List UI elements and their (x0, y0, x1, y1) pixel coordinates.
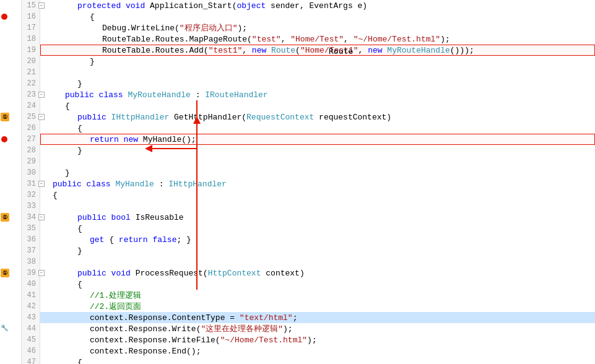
line-number: 37 (22, 245, 40, 256)
collapse-toggle[interactable]: − (38, 2, 45, 9)
code-line: RouteTable.Routes.MapPageRoute("test", "… (40, 33, 595, 45)
token-str: "test" (252, 35, 281, 44)
token-plain: sender, EventArgs e) (271, 1, 367, 11)
line-number: 27 (22, 134, 40, 145)
token-plain: { (77, 280, 82, 289)
gutter-row (0, 167, 21, 178)
gutter-row (0, 156, 21, 167)
line-number: 15− (22, 0, 40, 11)
token-plain: context.Response.ContentType = (90, 313, 240, 323)
gutter-row (0, 67, 21, 78)
code-line: //2.返回页面 (40, 301, 595, 312)
token-plain: ())); (450, 46, 474, 55)
token-plain: } (65, 168, 70, 178)
wrench-icon: 🔧 (1, 324, 9, 333)
line-numbers: 15−1617181920212223−2425−262728293031−32… (22, 0, 40, 364)
bookmark-indicator: ① (1, 113, 9, 121)
token-kw: get (90, 235, 109, 245)
code-line: context.Response.WriteFile("~/Home/Test.… (40, 334, 595, 345)
line-number: 43 (22, 312, 40, 323)
line-number: 45 (22, 334, 40, 345)
token-kw: false (152, 235, 176, 245)
line-number: 35 (22, 223, 40, 234)
gutter-row (0, 178, 21, 189)
code-line: //1.处理逻辑 (40, 290, 595, 301)
collapse-toggle[interactable]: − (38, 214, 45, 220)
code-line (40, 256, 595, 267)
line-number: 47 (22, 357, 40, 364)
gutter-row (0, 279, 21, 290)
token-teal: RequestContext (246, 113, 319, 122)
token-teal: MyRouteHandle (387, 46, 450, 55)
collapse-toggle[interactable]: − (38, 270, 45, 276)
line-number: 44 (22, 323, 40, 334)
collapse-toggle[interactable]: − (38, 114, 45, 120)
line-number: 18 (22, 33, 40, 45)
token-str: "Home/Test" (290, 35, 344, 44)
breakpoint-indicator (1, 136, 7, 142)
token-kw: public (77, 269, 111, 278)
token-str: "~/Home/Test.html" (354, 35, 440, 44)
line-number: 42 (22, 301, 40, 312)
token-plain: Application_Start( (150, 1, 237, 11)
collapse-toggle[interactable]: − (38, 181, 45, 187)
gutter-row (0, 189, 21, 201)
gutter-row (0, 301, 21, 312)
line-number: 21 (22, 67, 40, 78)
breakpoint-indicator (1, 14, 7, 20)
line-number: 41 (22, 290, 40, 301)
token-kw: public (77, 113, 111, 122)
token-plain: GetHttpHandler( (174, 113, 246, 122)
code-line: protected void Application_Start(object … (40, 0, 595, 11)
code-area: protected void Application_Start(object … (40, 0, 595, 364)
line-number: 17 (22, 22, 40, 33)
line-number: 23− (22, 89, 40, 100)
token-plain: { (65, 102, 70, 111)
gutter-row: 🔧 (0, 323, 21, 334)
code-line: public class MyHandle : IHttpHandler (40, 178, 595, 189)
code-line: { (40, 100, 595, 111)
token-plain: { (77, 124, 82, 133)
token-plain: , (344, 35, 354, 44)
gutter-row (0, 78, 21, 89)
line-number: 34− (22, 212, 40, 223)
code-line: } (40, 145, 595, 156)
line-number: 29 (22, 156, 40, 167)
gutter-row (0, 201, 21, 212)
gutter-row (0, 22, 21, 33)
bookmark-indicator: ① (1, 269, 9, 277)
collapse-toggle[interactable]: − (38, 92, 45, 98)
code-line: public bool IsReusable (40, 212, 595, 223)
token-kw: void (126, 1, 150, 11)
code-line: { (40, 189, 595, 201)
token-kw: new (252, 46, 271, 55)
line-number: 39− (22, 267, 40, 279)
token-kw: public (65, 90, 99, 100)
token-kw: new (124, 135, 143, 144)
token-plain: ); (440, 35, 450, 44)
line-number: 31− (22, 178, 40, 189)
token-plain: RouteTable.Routes.Add( (102, 46, 209, 55)
gutter-row (0, 100, 21, 111)
token-teal: HttpContext (208, 269, 266, 278)
token-plain: { (109, 235, 119, 245)
token-kw: object (237, 1, 271, 11)
token-plain: context) (266, 269, 304, 278)
line-number: 46 (22, 345, 40, 357)
token-plain: , (358, 46, 368, 55)
token-teal: IHttpHandler (111, 113, 174, 122)
token-plain: , (281, 35, 291, 44)
line-number: 40 (22, 279, 40, 290)
token-str: "~/Home/Test.html" (220, 336, 307, 345)
token-plain: ine( (160, 24, 180, 33)
token-plain: , (242, 46, 252, 55)
token-plain: } (77, 79, 82, 89)
editor-container: ①①①🔧 15−1617181920212223−2425−2627282930… (0, 0, 595, 364)
line-number: 16 (22, 11, 40, 22)
token-plain: ); (237, 24, 247, 33)
token-str: "test1" (209, 46, 243, 55)
gutter: ①①①🔧 (0, 0, 22, 364)
token-kw: class (99, 90, 128, 100)
code-line: context.Response.End(); (40, 345, 595, 357)
line-number: 26 (22, 123, 40, 134)
